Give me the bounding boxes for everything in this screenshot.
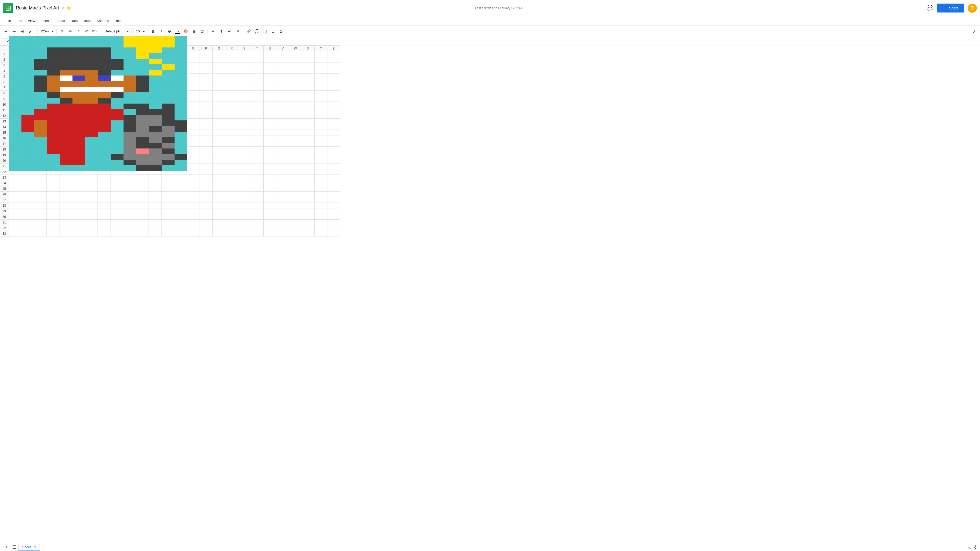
cell-J26[interactable] [123,192,136,197]
cell-T17[interactable] [251,141,264,147]
cell-Z11[interactable] [328,107,340,113]
cell-W16[interactable] [289,135,302,141]
cell-E5[interactable] [59,74,72,79]
cell-A31[interactable] [8,220,21,225]
cell-V31[interactable] [277,220,289,225]
cell-Q10[interactable] [213,102,225,107]
cell-A5[interactable] [8,74,21,79]
cell-A10[interactable] [8,102,21,107]
cell-Y13[interactable] [315,119,328,124]
cell-I11[interactable] [110,107,123,113]
cell-X10[interactable] [302,102,315,107]
cell-T3[interactable] [251,62,264,68]
cell-B11[interactable] [21,107,34,113]
col-I[interactable]: I [110,46,123,51]
cell-A6[interactable] [8,79,21,85]
cell-A8[interactable] [8,91,21,96]
cell-G31[interactable] [85,220,98,225]
cell-L13[interactable] [149,119,162,124]
cell-E7[interactable] [59,85,72,91]
cell-E8[interactable] [59,91,72,96]
cell-T31[interactable] [251,220,264,225]
cell-O22[interactable] [187,169,200,175]
cell-U27[interactable] [264,197,277,203]
cell-X6[interactable] [302,79,315,85]
cell-K26[interactable] [136,192,149,197]
cell-F24[interactable] [72,180,85,186]
cell-X24[interactable] [302,180,315,186]
cell-B22[interactable] [21,169,34,175]
cell-Z23[interactable] [328,175,340,180]
cell-Y11[interactable] [315,107,328,113]
cell-H12[interactable] [98,113,110,119]
cell-H21[interactable] [98,164,110,169]
cell-S13[interactable] [238,119,251,124]
col-H[interactable]: H [98,46,110,51]
cell-K7[interactable] [136,85,149,91]
cell-V10[interactable] [277,102,289,107]
cell-A33[interactable] [8,231,21,237]
cell-J19[interactable] [123,152,136,158]
cell-W24[interactable] [289,180,302,186]
cell-B23[interactable] [21,175,34,180]
cell-B2[interactable] [21,57,34,62]
cell-F6[interactable] [72,79,85,85]
cell-K17[interactable] [136,141,149,147]
menu-help[interactable]: Help [112,18,124,24]
cell-Z24[interactable] [328,180,340,186]
comment-icon[interactable]: 💬 [926,5,933,11]
cell-F18[interactable] [72,147,85,152]
cell-H14[interactable] [98,124,110,130]
cell-W7[interactable] [289,85,302,91]
cell-Q32[interactable] [213,225,225,231]
cell-R23[interactable] [225,175,238,180]
cell-T29[interactable] [251,208,264,214]
cell-T23[interactable] [251,175,264,180]
cell-X18[interactable] [302,147,315,152]
cell-C10[interactable] [34,102,47,107]
cell-Y17[interactable] [315,141,328,147]
cell-Y32[interactable] [315,225,328,231]
cell-T18[interactable] [251,147,264,152]
cell-D29[interactable] [47,208,59,214]
cell-F13[interactable] [72,119,85,124]
cell-P22[interactable] [200,169,213,175]
cell-P15[interactable] [200,130,213,135]
cell-Z7[interactable] [328,85,340,91]
cell-K5[interactable] [136,74,149,79]
cell-W14[interactable] [289,124,302,130]
cell-Z29[interactable] [328,208,340,214]
cell-C32[interactable] [34,225,47,231]
cell-S9[interactable] [238,96,251,102]
cell-Y12[interactable] [315,113,328,119]
cell-N11[interactable] [174,107,187,113]
cell-W2[interactable] [289,57,302,62]
cell-F30[interactable] [72,214,85,220]
col-W[interactable]: W [289,46,302,51]
cell-F32[interactable] [72,225,85,231]
cell-K27[interactable] [136,197,149,203]
cell-P20[interactable] [200,158,213,164]
cell-S11[interactable] [238,107,251,113]
cell-Q31[interactable] [213,220,225,225]
sheet-list-button[interactable]: ☰ [12,545,16,550]
cell-N12[interactable] [174,113,187,119]
cell-Y19[interactable] [315,152,328,158]
cell-S1[interactable] [238,51,251,57]
cell-D33[interactable] [47,231,59,237]
col-Y[interactable]: Y [315,46,328,51]
cell-G21[interactable] [85,164,98,169]
cell-V28[interactable] [277,203,289,208]
cell-E26[interactable] [59,192,72,197]
cell-C7[interactable] [34,85,47,91]
cell-Q28[interactable] [213,203,225,208]
cell-D18[interactable] [47,147,59,152]
cell-O19[interactable] [187,152,200,158]
cell-Y25[interactable] [315,186,328,192]
cell-N17[interactable] [174,141,187,147]
cell-X4[interactable] [302,68,315,74]
cell-P19[interactable] [200,152,213,158]
cell-A20[interactable] [8,158,21,164]
spreadsheet[interactable]: A B C D E F G H I J K L M N O P Q [0,45,980,551]
cell-L1[interactable] [149,51,162,57]
